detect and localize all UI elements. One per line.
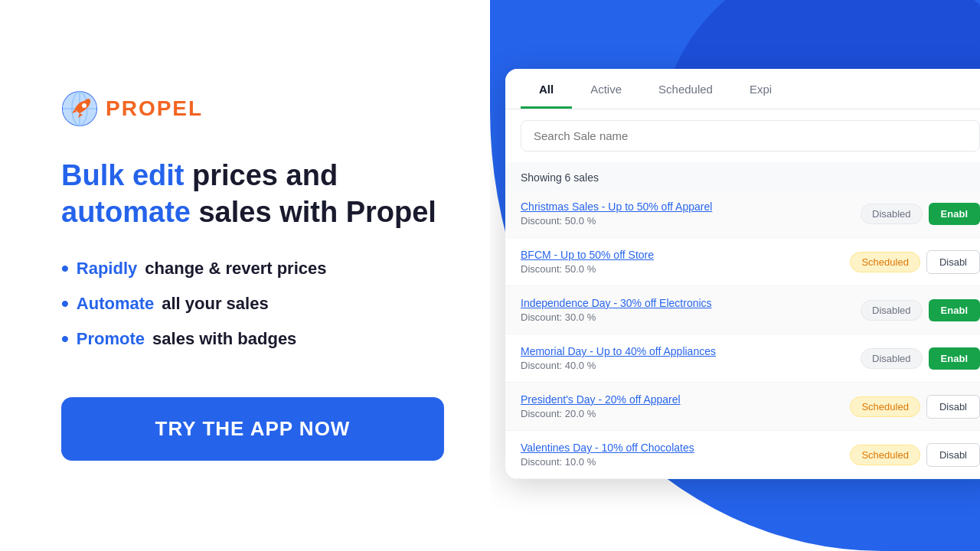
bullet-1-rest: change & revert prices (145, 259, 326, 279)
search-area (505, 109, 980, 162)
sale-info: BFCM - Up to 50% off Store Discount: 50.… (521, 249, 850, 275)
status-badge: Disabled (861, 300, 923, 321)
sale-discount: Discount: 30.0 % (521, 311, 861, 323)
bullet-item-1: Rapidly change & revert prices (61, 258, 444, 279)
sale-name[interactable]: President's Day - 20% off Apparel (521, 393, 850, 406)
headline: Bulk edit prices and automate sales with… (61, 158, 444, 230)
search-input[interactable] (521, 120, 980, 152)
table-row: Valentines Day - 10% off Chocolates Disc… (505, 431, 980, 479)
sale-discount: Discount: 10.0 % (521, 456, 850, 468)
status-badge: Scheduled (850, 252, 920, 272)
bullet-2-highlight: Automate (77, 294, 154, 314)
sale-discount: Discount: 50.0 % (521, 215, 861, 227)
svg-point-6 (82, 103, 87, 108)
sale-actions: Disabled Enabl (861, 299, 980, 321)
logo-text: PROPEL (106, 96, 203, 121)
bullet-item-3: Promote sales with badges (61, 328, 444, 350)
sale-discount: Discount: 50.0 % (521, 263, 850, 275)
tab-active[interactable]: Active (572, 69, 640, 109)
bullet-3-highlight: Promote (77, 329, 145, 349)
bullet-list: Rapidly change & revert prices Automate … (61, 258, 444, 364)
sale-name[interactable]: Valentines Day - 10% off Chocolates (521, 442, 850, 454)
sale-info: Independence Day - 30% off Electronics D… (521, 297, 861, 323)
disable-button[interactable]: Disabl (926, 395, 980, 419)
headline-highlight-1: Bulk edit (61, 159, 184, 191)
sale-info: President's Day - 20% off Apparel Discou… (521, 393, 850, 419)
bullet-2-rest: all your sales (162, 294, 268, 314)
status-badge: Scheduled (850, 445, 920, 465)
sale-actions: Disabled Enabl (861, 203, 980, 225)
table-row: President's Day - 20% off Apparel Discou… (505, 383, 980, 431)
sale-name[interactable]: Memorial Day - Up to 40% off Appliances (521, 345, 861, 357)
tab-scheduled[interactable]: Scheduled (640, 69, 731, 109)
disable-button[interactable]: Disabl (926, 443, 980, 467)
enable-button[interactable]: Enabl (929, 203, 980, 225)
headline-part4: sales with Propel (191, 196, 436, 228)
bullet-1-highlight: Rapidly (77, 259, 137, 279)
propel-logo-icon (61, 90, 98, 127)
enable-button[interactable]: Enabl (929, 347, 980, 370)
app-card: All Active Scheduled Expi Showing 6 sale… (505, 69, 980, 479)
sale-actions: Scheduled Disabl (850, 250, 980, 274)
bullet-3-rest: sales with badges (152, 329, 296, 349)
left-panel: PROPEL Bulk edit prices and automate sal… (0, 0, 490, 551)
enable-button[interactable]: Enabl (929, 299, 980, 321)
tab-expired[interactable]: Expi (731, 69, 790, 109)
tab-all[interactable]: All (521, 69, 572, 109)
headline-highlight-2: automate (61, 196, 191, 228)
table-row: Christmas Sales - Up to 50% off Apparel … (505, 190, 980, 238)
table-row: BFCM - Up to 50% off Store Discount: 50.… (505, 238, 980, 286)
status-badge: Disabled (861, 204, 923, 224)
cta-button[interactable]: TRY THE APP NOW (61, 397, 444, 461)
sale-discount: Discount: 40.0 % (521, 360, 861, 371)
table-row: Independence Day - 30% off Electronics D… (505, 286, 980, 334)
disable-button[interactable]: Disabl (926, 250, 980, 274)
tabs-bar: All Active Scheduled Expi (505, 69, 980, 109)
sales-list: Christmas Sales - Up to 50% off Apparel … (505, 190, 980, 479)
headline-part2: prices and (184, 159, 338, 191)
status-badge: Scheduled (850, 396, 920, 417)
sale-name[interactable]: Independence Day - 30% off Electronics (521, 297, 861, 309)
sale-actions: Scheduled Disabl (850, 395, 980, 419)
sale-info: Valentines Day - 10% off Chocolates Disc… (521, 442, 850, 468)
table-row: Memorial Day - Up to 40% off Appliances … (505, 334, 980, 383)
sale-info: Memorial Day - Up to 40% off Appliances … (521, 345, 861, 371)
logo-area: PROPEL (61, 90, 444, 127)
status-badge: Disabled (861, 348, 923, 369)
sale-actions: Scheduled Disabl (850, 443, 980, 467)
showing-label: Showing 6 sales (505, 162, 980, 190)
sale-name[interactable]: Christmas Sales - Up to 50% off Apparel (521, 201, 861, 213)
sale-actions: Disabled Enabl (861, 347, 980, 370)
sale-info: Christmas Sales - Up to 50% off Apparel … (521, 201, 861, 227)
bullet-item-2: Automate all your sales (61, 293, 444, 315)
sale-discount: Discount: 20.0 % (521, 408, 850, 419)
right-panel: All Active Scheduled Expi Showing 6 sale… (490, 0, 980, 551)
sale-name[interactable]: BFCM - Up to 50% off Store (521, 249, 850, 261)
